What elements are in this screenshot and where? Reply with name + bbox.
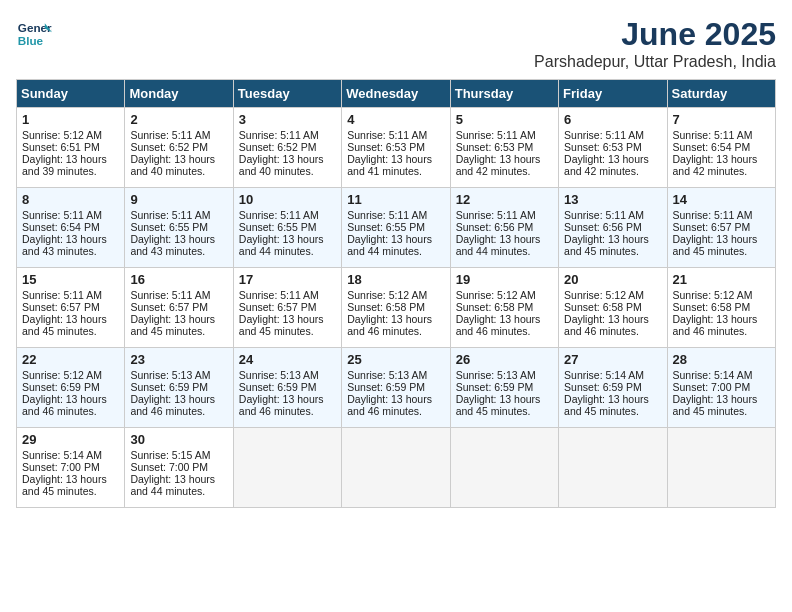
- calendar-day-cell: [233, 428, 341, 508]
- calendar-week-row: 29Sunrise: 5:14 AMSunset: 7:00 PMDayligh…: [17, 428, 776, 508]
- day-number: 17: [239, 272, 336, 287]
- daylight: Daylight: 13 hours and 45 minutes.: [564, 393, 649, 417]
- calendar-week-row: 1Sunrise: 5:12 AMSunset: 6:51 PMDaylight…: [17, 108, 776, 188]
- calendar-day-cell: 16Sunrise: 5:11 AMSunset: 6:57 PMDayligh…: [125, 268, 233, 348]
- daylight: Daylight: 13 hours and 42 minutes.: [673, 153, 758, 177]
- sunset: Sunset: 6:59 PM: [456, 381, 534, 393]
- weekday-header: Saturday: [667, 80, 775, 108]
- day-number: 29: [22, 432, 119, 447]
- month-title: June 2025: [534, 16, 776, 53]
- daylight: Daylight: 13 hours and 40 minutes.: [239, 153, 324, 177]
- sunset: Sunset: 6:58 PM: [347, 301, 425, 313]
- calendar-day-cell: 9Sunrise: 5:11 AMSunset: 6:55 PMDaylight…: [125, 188, 233, 268]
- weekday-header: Tuesday: [233, 80, 341, 108]
- sunrise: Sunrise: 5:12 AM: [564, 289, 644, 301]
- sunset: Sunset: 6:58 PM: [673, 301, 751, 313]
- logo-icon: General Blue: [16, 16, 52, 52]
- sunset: Sunset: 6:51 PM: [22, 141, 100, 153]
- sunrise: Sunrise: 5:11 AM: [456, 129, 536, 141]
- daylight: Daylight: 13 hours and 44 minutes.: [456, 233, 541, 257]
- calendar-day-cell: 24Sunrise: 5:13 AMSunset: 6:59 PMDayligh…: [233, 348, 341, 428]
- sunset: Sunset: 6:55 PM: [347, 221, 425, 233]
- calendar-day-cell: 12Sunrise: 5:11 AMSunset: 6:56 PMDayligh…: [450, 188, 558, 268]
- day-number: 27: [564, 352, 661, 367]
- calendar-day-cell: 21Sunrise: 5:12 AMSunset: 6:58 PMDayligh…: [667, 268, 775, 348]
- sunset: Sunset: 6:59 PM: [564, 381, 642, 393]
- daylight: Daylight: 13 hours and 43 minutes.: [130, 233, 215, 257]
- sunset: Sunset: 7:00 PM: [673, 381, 751, 393]
- sunset: Sunset: 6:56 PM: [456, 221, 534, 233]
- day-number: 30: [130, 432, 227, 447]
- day-number: 8: [22, 192, 119, 207]
- sunset: Sunset: 6:59 PM: [239, 381, 317, 393]
- calendar-day-cell: 4Sunrise: 5:11 AMSunset: 6:53 PMDaylight…: [342, 108, 450, 188]
- calendar-day-cell: 22Sunrise: 5:12 AMSunset: 6:59 PMDayligh…: [17, 348, 125, 428]
- calendar-day-cell: 28Sunrise: 5:14 AMSunset: 7:00 PMDayligh…: [667, 348, 775, 428]
- calendar-day-cell: 6Sunrise: 5:11 AMSunset: 6:53 PMDaylight…: [559, 108, 667, 188]
- day-number: 16: [130, 272, 227, 287]
- sunrise: Sunrise: 5:12 AM: [347, 289, 427, 301]
- day-number: 20: [564, 272, 661, 287]
- sunset: Sunset: 6:56 PM: [564, 221, 642, 233]
- calendar-day-cell: 19Sunrise: 5:12 AMSunset: 6:58 PMDayligh…: [450, 268, 558, 348]
- day-number: 24: [239, 352, 336, 367]
- calendar-day-cell: 2Sunrise: 5:11 AMSunset: 6:52 PMDaylight…: [125, 108, 233, 188]
- daylight: Daylight: 13 hours and 45 minutes.: [564, 233, 649, 257]
- calendar-header-row: SundayMondayTuesdayWednesdayThursdayFrid…: [17, 80, 776, 108]
- daylight: Daylight: 13 hours and 45 minutes.: [130, 313, 215, 337]
- calendar-day-cell: 5Sunrise: 5:11 AMSunset: 6:53 PMDaylight…: [450, 108, 558, 188]
- day-number: 14: [673, 192, 770, 207]
- daylight: Daylight: 13 hours and 40 minutes.: [130, 153, 215, 177]
- calendar-day-cell: 27Sunrise: 5:14 AMSunset: 6:59 PMDayligh…: [559, 348, 667, 428]
- svg-text:Blue: Blue: [18, 34, 44, 47]
- calendar-day-cell: 1Sunrise: 5:12 AMSunset: 6:51 PMDaylight…: [17, 108, 125, 188]
- sunrise: Sunrise: 5:12 AM: [22, 129, 102, 141]
- sunrise: Sunrise: 5:11 AM: [239, 129, 319, 141]
- day-number: 1: [22, 112, 119, 127]
- weekday-header: Wednesday: [342, 80, 450, 108]
- daylight: Daylight: 13 hours and 46 minutes.: [347, 393, 432, 417]
- day-number: 11: [347, 192, 444, 207]
- calendar-day-cell: 13Sunrise: 5:11 AMSunset: 6:56 PMDayligh…: [559, 188, 667, 268]
- daylight: Daylight: 13 hours and 45 minutes.: [673, 233, 758, 257]
- sunrise: Sunrise: 5:14 AM: [564, 369, 644, 381]
- daylight: Daylight: 13 hours and 46 minutes.: [456, 313, 541, 337]
- sunset: Sunset: 6:54 PM: [673, 141, 751, 153]
- sunrise: Sunrise: 5:15 AM: [130, 449, 210, 461]
- daylight: Daylight: 13 hours and 45 minutes.: [22, 313, 107, 337]
- sunset: Sunset: 6:53 PM: [456, 141, 534, 153]
- calendar-day-cell: 18Sunrise: 5:12 AMSunset: 6:58 PMDayligh…: [342, 268, 450, 348]
- day-number: 22: [22, 352, 119, 367]
- daylight: Daylight: 13 hours and 44 minutes.: [239, 233, 324, 257]
- day-number: 18: [347, 272, 444, 287]
- sunset: Sunset: 6:58 PM: [456, 301, 534, 313]
- calendar-day-cell: 29Sunrise: 5:14 AMSunset: 7:00 PMDayligh…: [17, 428, 125, 508]
- calendar-day-cell: 26Sunrise: 5:13 AMSunset: 6:59 PMDayligh…: [450, 348, 558, 428]
- daylight: Daylight: 13 hours and 42 minutes.: [456, 153, 541, 177]
- sunrise: Sunrise: 5:11 AM: [22, 209, 102, 221]
- sunrise: Sunrise: 5:13 AM: [239, 369, 319, 381]
- calendar-week-row: 8Sunrise: 5:11 AMSunset: 6:54 PMDaylight…: [17, 188, 776, 268]
- calendar-day-cell: 3Sunrise: 5:11 AMSunset: 6:52 PMDaylight…: [233, 108, 341, 188]
- daylight: Daylight: 13 hours and 46 minutes.: [239, 393, 324, 417]
- calendar-day-cell: [667, 428, 775, 508]
- weekday-header: Sunday: [17, 80, 125, 108]
- calendar-day-cell: 10Sunrise: 5:11 AMSunset: 6:55 PMDayligh…: [233, 188, 341, 268]
- sunrise: Sunrise: 5:11 AM: [239, 289, 319, 301]
- sunrise: Sunrise: 5:12 AM: [22, 369, 102, 381]
- sunset: Sunset: 6:55 PM: [130, 221, 208, 233]
- sunset: Sunset: 7:00 PM: [22, 461, 100, 473]
- daylight: Daylight: 13 hours and 46 minutes.: [347, 313, 432, 337]
- sunset: Sunset: 6:53 PM: [347, 141, 425, 153]
- daylight: Daylight: 13 hours and 46 minutes.: [564, 313, 649, 337]
- calendar-week-row: 22Sunrise: 5:12 AMSunset: 6:59 PMDayligh…: [17, 348, 776, 428]
- calendar-week-row: 15Sunrise: 5:11 AMSunset: 6:57 PMDayligh…: [17, 268, 776, 348]
- day-number: 19: [456, 272, 553, 287]
- sunrise: Sunrise: 5:11 AM: [347, 129, 427, 141]
- day-number: 9: [130, 192, 227, 207]
- weekday-header: Thursday: [450, 80, 558, 108]
- day-number: 5: [456, 112, 553, 127]
- day-number: 12: [456, 192, 553, 207]
- calendar-day-cell: 14Sunrise: 5:11 AMSunset: 6:57 PMDayligh…: [667, 188, 775, 268]
- sunrise: Sunrise: 5:12 AM: [456, 289, 536, 301]
